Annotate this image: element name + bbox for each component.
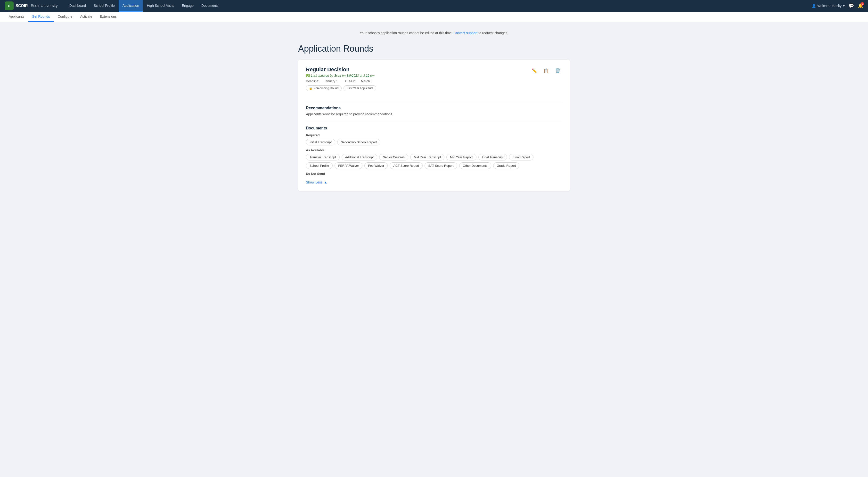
card-actions: ✏️ 📋 🗑️ (530, 66, 562, 75)
deadline-value: January 1 (324, 79, 338, 83)
lock-icon: 🔒 (309, 87, 312, 90)
page-title: Application Rounds (298, 44, 570, 54)
banner-text-after: to request changes. (478, 31, 508, 35)
logo-text: SCOIR (16, 4, 28, 8)
logo: S SCOIR (5, 1, 28, 10)
subnav-set-rounds[interactable]: Set Rounds (28, 12, 54, 22)
doc-mid-year-report: Mid Year Report (446, 154, 476, 161)
deadline-label: Deadline: (306, 79, 319, 83)
check-circle-icon: ✅ (306, 74, 310, 77)
round-tags: 🔒 Non-binding Round First Year Applicant… (306, 85, 376, 91)
doc-senior-courses: Senior Courses (379, 154, 408, 161)
cutoff-label: Cut-Off: (345, 79, 356, 83)
documents-title: Documents (306, 126, 562, 130)
card-title-section: Regular Decision ✅ Last updated by Scoir… (306, 66, 376, 96)
show-less-label: Show Less (306, 180, 322, 184)
show-less-button[interactable]: Show Less ▲ (306, 180, 327, 184)
tag-first-year-label: First Year Applicants (347, 87, 373, 90)
logo-icon: S (5, 1, 13, 10)
nav-item-dashboard[interactable]: Dashboard (65, 0, 90, 12)
subnav-applicants[interactable]: Applicants (5, 12, 28, 22)
doc-ferpa-waiver: FERPA Waiver (335, 162, 363, 169)
top-bar-left: S SCOIR Scoir University Dashboard Schoo… (5, 0, 222, 12)
nav-item-documents[interactable]: Documents (197, 0, 222, 12)
doc-additional-transcript: Additional Transcript (342, 154, 377, 161)
as-available-label: As Available (306, 148, 562, 152)
info-banner: Your school's application rounds cannot … (298, 27, 570, 39)
subnav-extensions[interactable]: Extensions (96, 12, 120, 22)
doc-secondary-school-report: Secondary School Report (337, 139, 380, 145)
required-label: Required (306, 133, 562, 137)
chevron-down-icon: ▾ (843, 4, 845, 8)
user-icon: 👤 (812, 4, 816, 8)
chevron-up-icon: ▲ (324, 180, 327, 184)
banner-text-before: Your school's application rounds cannot … (360, 31, 453, 35)
notification-badge: 0 (861, 2, 864, 6)
copy-button[interactable]: 📋 (542, 66, 551, 75)
top-bar: S SCOIR Scoir University Dashboard Schoo… (0, 0, 868, 12)
divider-2 (306, 121, 562, 121)
card-meta: Deadline: January 1 Cut-Off: March 8 (306, 79, 376, 83)
top-bar-right: 👤 Welcome Becky ▾ 💬 🔔 0 (812, 3, 863, 8)
card-header: Regular Decision ✅ Last updated by Scoir… (306, 66, 562, 96)
doc-initial-transcript: Initial Transcript (306, 139, 335, 145)
doc-act-score-report: ACT Score Report (390, 162, 423, 169)
do-not-send-label: Do Not Send (306, 172, 562, 175)
recommendations-text: Applicants won't be required to provide … (306, 112, 562, 116)
round-card: Regular Decision ✅ Last updated by Scoir… (298, 60, 570, 191)
recommendations-title: Recommendations (306, 106, 562, 110)
subnav-configure[interactable]: Configure (54, 12, 76, 22)
doc-other-documents: Other Documents (459, 162, 491, 169)
tag-non-binding: 🔒 Non-binding Round (306, 85, 342, 91)
doc-sat-score-report: SAT Score Report (425, 162, 457, 169)
tag-first-year: First Year Applicants (343, 85, 376, 91)
nav-item-engage[interactable]: Engage (178, 0, 197, 12)
contact-support-link[interactable]: Contact support (454, 31, 477, 35)
sub-nav: Applicants Set Rounds Configure Activate… (0, 12, 868, 22)
doc-grade-report: Grade Report (493, 162, 520, 169)
tag-non-binding-label: Non-binding Round (313, 87, 338, 90)
doc-fee-waiver: Fee Waiver (364, 162, 388, 169)
subnav-activate[interactable]: Activate (76, 12, 96, 22)
nav-item-high-school-visits[interactable]: High School Visits (143, 0, 178, 12)
as-available-docs: Transfer Transcript Additional Transcrip… (306, 154, 562, 169)
doc-final-transcript: Final Transcript (478, 154, 507, 161)
welcome-button[interactable]: 👤 Welcome Becky ▾ (812, 4, 845, 8)
top-nav: Dashboard School Profile Application Hig… (65, 0, 222, 12)
doc-final-report: Final Report (509, 154, 533, 161)
delete-button[interactable]: 🗑️ (553, 66, 562, 75)
nav-item-application[interactable]: Application (119, 0, 143, 12)
notifications-button[interactable]: 🔔 0 (858, 3, 863, 8)
last-updated: ✅ Last updated by Scoir on 3/9/2023 at 3… (306, 74, 376, 77)
round-title: Regular Decision (306, 66, 376, 73)
doc-transfer-transcript: Transfer Transcript (306, 154, 340, 161)
edit-button[interactable]: ✏️ (530, 66, 539, 75)
last-updated-text: Last updated by Scoir on 3/9/2023 at 3:2… (311, 74, 375, 77)
required-docs: Initial Transcript Secondary School Repo… (306, 139, 562, 145)
cutoff-value: March 8 (361, 79, 372, 83)
doc-mid-year-transcript: Mid Year Transcript (410, 154, 444, 161)
nav-item-school-profile[interactable]: School Profile (90, 0, 118, 12)
welcome-text: Welcome Becky (817, 4, 842, 8)
doc-school-profile: School Profile (306, 162, 333, 169)
messages-button[interactable]: 💬 (848, 3, 854, 8)
university-name: Scoir University (31, 4, 58, 8)
main-content: Your school's application rounds cannot … (288, 22, 580, 196)
